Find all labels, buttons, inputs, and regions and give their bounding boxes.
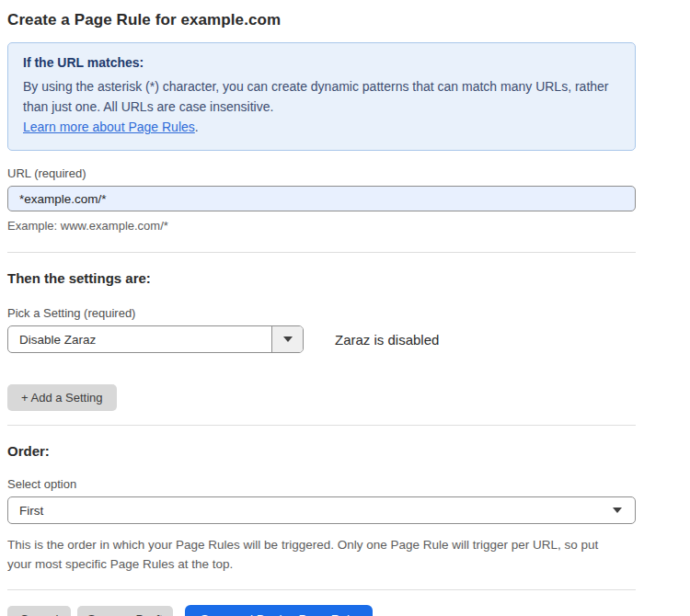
- learn-more-link[interactable]: Learn more about Page Rules: [23, 120, 195, 134]
- page-rule-form: Create a Page Rule for example.com If th…: [0, 0, 643, 616]
- form-actions: Cancel Save as Draft Save and Deploy Pag…: [7, 605, 643, 616]
- link-period: .: [195, 120, 199, 134]
- url-example-text: Example: www.example.com/*: [7, 219, 643, 233]
- info-box-body: By using the asterisk (*) character, you…: [23, 76, 612, 117]
- setting-select-value: Disable Zaraz: [8, 326, 271, 352]
- save-as-draft-button[interactable]: Save as Draft: [77, 606, 173, 616]
- order-select-value: First: [19, 504, 43, 518]
- setting-row: Disable Zaraz Zaraz is disabled: [7, 325, 643, 353]
- info-box-heading: If the URL matches:: [23, 55, 620, 70]
- pick-setting-label: Pick a Setting (required): [7, 306, 643, 320]
- order-select[interactable]: First: [7, 496, 636, 524]
- page-title: Create a Page Rule for example.com: [7, 11, 643, 29]
- url-field-label: URL (required): [7, 166, 643, 180]
- setting-select[interactable]: Disable Zaraz: [7, 325, 304, 353]
- save-and-deploy-button[interactable]: Save and Deploy Page Rule: [185, 605, 373, 616]
- info-link-line: Learn more about Page Rules.: [23, 117, 620, 137]
- url-match-info-box: If the URL matches: By using the asteris…: [7, 42, 636, 151]
- caret-down-icon: [283, 337, 293, 342]
- cancel-button[interactable]: Cancel: [7, 606, 71, 616]
- setting-status-text: Zaraz is disabled: [335, 332, 439, 348]
- divider: [7, 425, 636, 426]
- order-help-text: This is the order in which your Page Rul…: [7, 535, 626, 574]
- add-setting-button[interactable]: + Add a Setting: [7, 384, 117, 411]
- order-select-label: Select option: [7, 477, 643, 491]
- order-section-heading: Order:: [7, 443, 643, 459]
- caret-down-icon: [613, 508, 622, 513]
- setting-select-arrow-button[interactable]: [271, 326, 303, 352]
- url-input[interactable]: [7, 186, 636, 211]
- divider: [7, 252, 636, 253]
- divider: [7, 589, 636, 590]
- settings-section-heading: Then the settings are:: [7, 270, 643, 286]
